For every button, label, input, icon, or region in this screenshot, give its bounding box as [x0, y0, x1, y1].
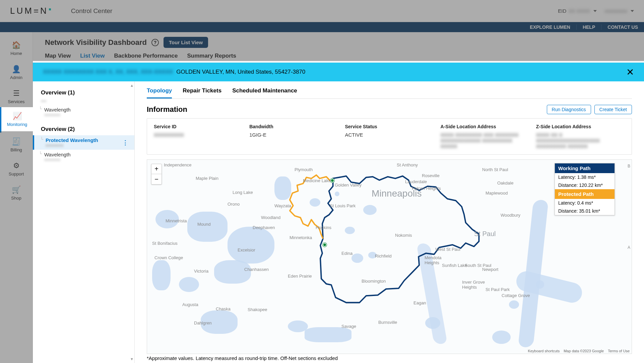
attr-terms[interactable]: Terms of Use [608, 349, 630, 353]
topology-map[interactable]: Minneapolis St Paul Independence Plymout… [147, 159, 632, 354]
label-medicine-lake: Medicine Lake [303, 178, 331, 183]
overview-sidebar: ▲ Overview (1) xxx Wavelengthxxxxxxxx Ov… [33, 81, 135, 363]
label-edina: Edina [341, 251, 352, 256]
app-title: Control Center [71, 7, 113, 15]
detail-tabs: Topology Repair Tickets Scheduled Mainte… [147, 87, 632, 99]
tree-wavelength-1[interactable]: Wavelengthxxxxxxxx [33, 105, 134, 119]
label-mendota: Mendota Heights [425, 255, 442, 265]
help-icon[interactable]: ? [151, 39, 159, 46]
close-icon[interactable]: ✕ [626, 67, 634, 78]
rail-services[interactable]: ☰Services [0, 84, 33, 108]
label-lauderdale: Lauderdale [405, 179, 427, 184]
label-victoria: Victoria [194, 269, 208, 274]
tree-wavelength-2[interactable]: Wavelengthxxxxxxxx [33, 150, 134, 164]
invoice-icon: 🧾 [12, 137, 21, 146]
label-chanhassen: Chanhassen [244, 267, 269, 272]
legend-working-distance: Distance: 120.22 km* [555, 181, 615, 189]
label-newport: Newport [482, 267, 498, 272]
tab-scheduled-maintenance[interactable]: Scheduled Maintenance [232, 87, 297, 98]
rail-admin[interactable]: 👤Admin [0, 60, 33, 84]
rail-support[interactable]: ⚙Support [0, 157, 33, 181]
label-wayzata: Wayzata [274, 203, 291, 208]
tab-repair-tickets[interactable]: Repair Tickets [183, 87, 221, 98]
tab-topology[interactable]: Topology [147, 87, 172, 98]
info-card: Service ID Bandwidth Service Status A-Si… [147, 118, 632, 155]
label-richfield: Richfield [375, 253, 392, 259]
label-eden-prairie: Eden Prairie [288, 274, 312, 279]
col-z-side: Z-Side Location Address [536, 124, 625, 129]
home-icon: 🏠 [12, 41, 21, 50]
user-dropdown[interactable]: xxxxxxxxx [605, 8, 634, 14]
label-minnetonka: Minnetonka [289, 235, 312, 240]
rail-monitoring[interactable]: 📈Monitoring [0, 108, 33, 133]
label-savage: Savage [341, 324, 356, 329]
legend-working-latency: Latency: 1.38 ms* [555, 173, 615, 181]
map-marker-b: B [628, 164, 630, 168]
label-nokomis: Nokomis [395, 233, 412, 238]
rail-shop[interactable]: 🛒Shop [0, 181, 33, 205]
tab-map-view[interactable]: Map View [45, 53, 71, 59]
kebab-icon[interactable]: ⋮ [122, 139, 128, 146]
label-orono: Orono [228, 202, 240, 207]
list-icon: ☰ [13, 89, 20, 98]
legend-working-header: Working Path [555, 163, 615, 173]
label-north-stpaul: North St Paul [482, 167, 508, 172]
attr-keyboard[interactable]: Keyboard shortcuts [528, 349, 560, 353]
scroll-up-icon[interactable]: ▲ [130, 83, 134, 87]
run-diagnostics-button[interactable]: Run Diagnostics [547, 105, 591, 114]
explore-link[interactable]: EXPLORE LUMEN [530, 24, 577, 30]
page-header: Network Visibility Dashboard ? Tour List… [33, 32, 644, 59]
label-west-stpaul: West St Paul [435, 247, 460, 252]
label-roseville: Roseville [422, 173, 440, 178]
legend-protected-header: Protected Path [555, 189, 615, 199]
tour-button[interactable]: Tour List View [164, 37, 208, 48]
col-a-side: A-Side Location Address [441, 124, 529, 129]
page-title: Network Visibility Dashboard [45, 38, 147, 47]
label-excelsior: Excelsior [238, 247, 255, 252]
val-z-side: XXXX XX X XXXXXXXXXXXXXXXXXXX XXXXXXXXX … [536, 132, 625, 149]
topbar-right: EID XX XXXX xxxxxxxxx [558, 8, 634, 14]
label-maplewood: Maplewood [486, 191, 508, 196]
val-status: ACTIVE [345, 132, 434, 149]
map-footnote: *Approximate values. Latency measured as… [147, 354, 632, 363]
nav-rail: 🏠Home 👤Admin ☰Services 📈Monitoring 🧾Bill… [0, 32, 33, 363]
gear-icon: ⚙ [13, 161, 20, 170]
scroll-down-icon[interactable]: ▼ [130, 357, 134, 361]
chevron-down-icon [593, 10, 597, 12]
label-sunfish: Sunfish Lake [442, 263, 467, 268]
label-deephaven: Deephaven [253, 225, 275, 230]
utility-bar: EXPLORE LUMEN HELP CONTACT US [0, 22, 644, 32]
help-link[interactable]: HELP [583, 24, 601, 30]
chevron-down-icon [631, 10, 634, 12]
label-st-paul-park: St Paul Park [486, 287, 510, 292]
label-golden-valley: Golden Valley [335, 183, 362, 188]
label-woodbury: Woodbury [501, 213, 520, 218]
label-stpaul: St Paul [474, 230, 496, 238]
label-cottage-grove: Cottage Grove [502, 293, 530, 298]
label-chaska: Chaska [216, 306, 231, 311]
zoom-in-button[interactable]: + [151, 164, 162, 174]
tab-backbone[interactable]: Backbone Performance [114, 53, 178, 59]
label-shakopee: Shakopee [248, 307, 267, 312]
label-st-anthony: St Anthony [397, 162, 418, 167]
tab-summary[interactable]: Summary Reports [187, 53, 236, 59]
label-woodland: Woodland [261, 215, 280, 220]
banner-location: GOLDEN VALLEY, MN, United States, 55427-… [176, 69, 305, 75]
view-tabs: Map View List View Backbone Performance … [45, 53, 632, 59]
location-banner: XXXXX XXXXXXXX XXX X, XX, XXX, XXX-XXXXX… [33, 63, 644, 81]
overview-2-header[interactable]: Overview (2) [33, 123, 134, 135]
topbar: LUM=N Control Center EID XX XXXX xxxxxxx… [0, 0, 644, 22]
zoom-out-button[interactable]: − [151, 174, 162, 184]
tab-list-view[interactable]: List View [80, 53, 105, 59]
label-inver-grove: Inver Grove Heights [462, 280, 485, 290]
rail-home[interactable]: 🏠Home [0, 36, 33, 60]
overview-1-header[interactable]: Overview (1) [33, 87, 134, 99]
rail-billing[interactable]: 🧾Billing [0, 133, 33, 157]
create-ticket-button[interactable]: Create Ticket [594, 105, 632, 114]
attr-mapdata: Map data ©2023 Google [564, 349, 604, 353]
detail-panel: Topology Repair Tickets Scheduled Mainte… [135, 81, 644, 363]
contact-link[interactable]: CONTACT US [607, 24, 638, 30]
label-long-lake: Long Lake [233, 190, 253, 195]
tree-protected-wavelength[interactable]: Protected Wavelengthxxxxxxxx ⋮ [33, 135, 134, 150]
eid-dropdown[interactable]: EID XX XXXX [558, 8, 596, 14]
